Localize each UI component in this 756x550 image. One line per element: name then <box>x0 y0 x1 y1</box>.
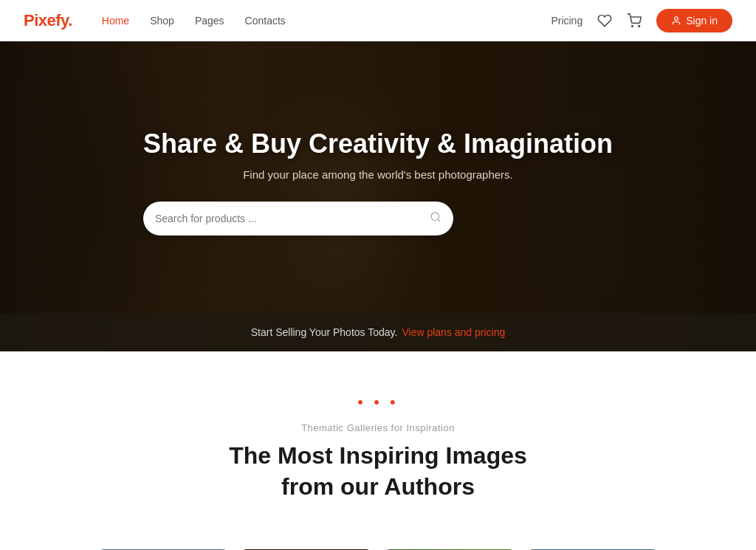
sign-in-button[interactable]: Sign in <box>656 9 732 32</box>
gallery-section: • • • Thematic Galleries for Inspiration… <box>0 351 756 549</box>
hero-section: Share & Buy Creativity & Imagination Fin… <box>0 41 756 351</box>
hero-subtitle: Find your place among the world's best p… <box>143 168 613 181</box>
hero-bottom-bar: Start Selling Your Photos Today. View pl… <box>0 313 756 351</box>
svg-point-0 <box>632 26 633 27</box>
hero-title: Share & Buy Creativity & Imagination <box>143 128 613 159</box>
search-icon <box>430 211 441 226</box>
section-dots: • • • <box>59 393 697 412</box>
nav-home[interactable]: Home <box>102 15 129 27</box>
nav-contacts[interactable]: Contacts <box>245 15 286 27</box>
search-bar <box>143 202 453 236</box>
nav-pages[interactable]: Pages <box>195 15 224 27</box>
logo-dot: . <box>68 11 72 30</box>
heart-icon <box>597 13 612 28</box>
cart-button[interactable] <box>627 13 642 28</box>
wishlist-button[interactable] <box>597 13 612 28</box>
svg-point-2 <box>675 17 678 21</box>
svg-line-4 <box>438 219 440 221</box>
svg-point-3 <box>431 213 439 221</box>
main-nav: Home Shop Pages Contacts <box>102 15 551 27</box>
logo[interactable]: Pixefy. <box>24 11 72 30</box>
section-subtitle: Thematic Galleries for Inspiration <box>59 422 697 433</box>
section-title: The Most Inspiring Images from our Autho… <box>59 441 697 502</box>
header-right: Pricing Sign in <box>551 9 732 32</box>
nav-shop[interactable]: Shop <box>150 15 174 27</box>
logo-text: Pixefy <box>24 11 68 30</box>
hero-selling-text: Start Selling Your Photos Today. <box>251 326 398 338</box>
svg-point-1 <box>639 26 640 27</box>
search-input[interactable] <box>155 213 430 224</box>
user-icon <box>671 16 681 26</box>
hero-content: Share & Buy Creativity & Imagination Fin… <box>143 128 613 265</box>
pricing-link[interactable]: Pricing <box>551 15 583 27</box>
cart-icon <box>627 13 642 28</box>
header: Pixefy. Home Shop Pages Contacts Pricing… <box>0 0 756 41</box>
hero-plans-link[interactable]: View plans and pricing <box>402 326 505 338</box>
